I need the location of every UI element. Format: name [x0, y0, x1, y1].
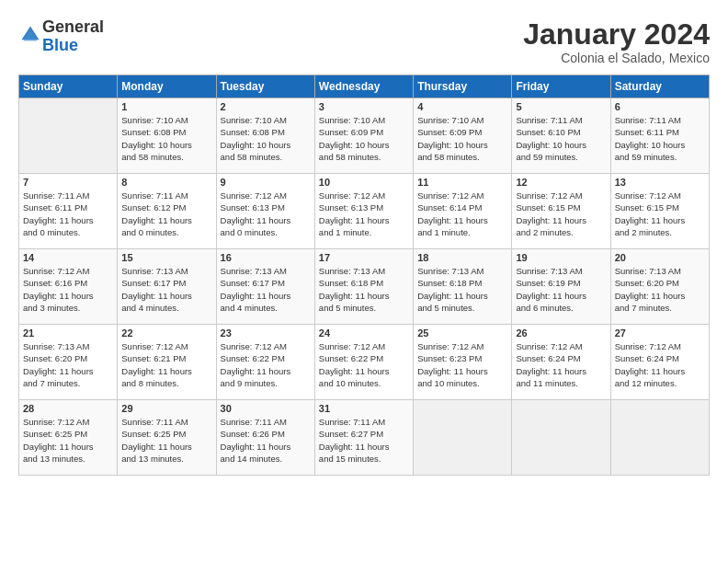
- day-number: 7: [23, 177, 113, 188]
- table-row: 25Sunrise: 7:12 AMSunset: 6:23 PMDayligh…: [414, 325, 512, 400]
- table-row: [19, 98, 118, 174]
- day-number: 15: [121, 252, 211, 263]
- day-number: 10: [319, 177, 409, 188]
- table-row: 14Sunrise: 7:12 AMSunset: 6:16 PMDayligh…: [19, 249, 118, 325]
- day-number: 19: [516, 252, 606, 263]
- day-info: Sunrise: 7:12 AMSunset: 6:14 PMDaylight:…: [417, 190, 507, 238]
- day-info: Sunrise: 7:12 AMSunset: 6:16 PMDaylight:…: [23, 265, 113, 314]
- day-info: Sunrise: 7:12 AMSunset: 6:22 PMDaylight:…: [221, 340, 311, 389]
- day-number: 4: [417, 101, 507, 112]
- day-info: Sunrise: 7:12 AMSunset: 6:13 PMDaylight:…: [221, 190, 311, 238]
- day-info: Sunrise: 7:11 AMSunset: 6:26 PMDaylight:…: [221, 416, 311, 465]
- table-row: 8Sunrise: 7:11 AMSunset: 6:12 PMDaylight…: [118, 174, 216, 249]
- day-number: 30: [221, 403, 311, 414]
- day-info: Sunrise: 7:13 AMSunset: 6:18 PMDaylight:…: [417, 265, 507, 314]
- title-block: January 2024 Colonia el Salado, Mexico: [523, 18, 710, 65]
- table-row: 13Sunrise: 7:12 AMSunset: 6:15 PMDayligh…: [610, 174, 709, 249]
- day-info: Sunrise: 7:11 AMSunset: 6:25 PMDaylight:…: [121, 416, 211, 465]
- table-row: 24Sunrise: 7:12 AMSunset: 6:22 PMDayligh…: [314, 325, 413, 400]
- table-row: 23Sunrise: 7:12 AMSunset: 6:22 PMDayligh…: [216, 325, 314, 400]
- table-row: 3Sunrise: 7:10 AMSunset: 6:09 PMDaylight…: [314, 98, 413, 174]
- day-number: 14: [23, 252, 113, 263]
- month-title: January 2024: [523, 18, 710, 51]
- table-row: 17Sunrise: 7:13 AMSunset: 6:18 PMDayligh…: [314, 249, 413, 325]
- day-info: Sunrise: 7:12 AMSunset: 6:24 PMDaylight:…: [615, 340, 705, 389]
- header-friday: Friday: [512, 75, 610, 98]
- day-info: Sunrise: 7:11 AMSunset: 6:11 PMDaylight:…: [23, 190, 113, 238]
- calendar-week-row: 1Sunrise: 7:10 AMSunset: 6:08 PMDaylight…: [19, 98, 710, 174]
- day-number: 29: [121, 403, 211, 414]
- calendar-week-row: 7Sunrise: 7:11 AMSunset: 6:11 PMDaylight…: [19, 174, 710, 249]
- day-info: Sunrise: 7:12 AMSunset: 6:15 PMDaylight:…: [516, 190, 606, 238]
- logo-blue-text: Blue: [42, 36, 78, 54]
- table-row: [512, 400, 610, 476]
- day-number: 8: [121, 177, 211, 188]
- day-info: Sunrise: 7:12 AMSunset: 6:13 PMDaylight:…: [319, 190, 409, 238]
- day-info: Sunrise: 7:13 AMSunset: 6:17 PMDaylight:…: [121, 265, 211, 314]
- day-number: 17: [319, 252, 409, 263]
- header-saturday: Saturday: [610, 75, 709, 98]
- day-info: Sunrise: 7:13 AMSunset: 6:20 PMDaylight:…: [615, 265, 705, 314]
- day-info: Sunrise: 7:13 AMSunset: 6:18 PMDaylight:…: [319, 265, 409, 314]
- table-row: 1Sunrise: 7:10 AMSunset: 6:08 PMDaylight…: [118, 98, 216, 174]
- day-info: Sunrise: 7:12 AMSunset: 6:23 PMDaylight:…: [417, 340, 507, 389]
- day-info: Sunrise: 7:11 AMSunset: 6:12 PMDaylight:…: [121, 190, 211, 238]
- calendar-week-row: 28Sunrise: 7:12 AMSunset: 6:25 PMDayligh…: [19, 400, 710, 476]
- day-number: 23: [221, 327, 311, 339]
- table-row: 2Sunrise: 7:10 AMSunset: 6:08 PMDaylight…: [216, 98, 314, 174]
- table-row: 6Sunrise: 7:11 AMSunset: 6:11 PMDaylight…: [610, 98, 709, 174]
- day-info: Sunrise: 7:11 AMSunset: 6:11 PMDaylight:…: [615, 114, 705, 163]
- day-number: 25: [417, 327, 507, 339]
- table-row: 26Sunrise: 7:12 AMSunset: 6:24 PMDayligh…: [512, 325, 610, 400]
- table-row: 21Sunrise: 7:13 AMSunset: 6:20 PMDayligh…: [19, 325, 118, 400]
- day-number: 12: [516, 177, 606, 188]
- day-info: Sunrise: 7:10 AMSunset: 6:09 PMDaylight:…: [319, 114, 409, 163]
- day-number: 2: [221, 101, 311, 112]
- day-number: 22: [121, 327, 211, 339]
- day-number: 1: [121, 101, 211, 112]
- table-row: 30Sunrise: 7:11 AMSunset: 6:26 PMDayligh…: [216, 400, 314, 476]
- day-info: Sunrise: 7:13 AMSunset: 6:19 PMDaylight:…: [516, 265, 606, 314]
- header-wednesday: Wednesday: [314, 75, 413, 98]
- day-number: 16: [221, 252, 311, 263]
- table-row: [610, 400, 709, 476]
- day-number: 28: [23, 403, 113, 414]
- table-row: 15Sunrise: 7:13 AMSunset: 6:17 PMDayligh…: [118, 249, 216, 325]
- location-subtitle: Colonia el Salado, Mexico: [523, 51, 710, 65]
- table-row: 31Sunrise: 7:11 AMSunset: 6:27 PMDayligh…: [314, 400, 413, 476]
- day-info: Sunrise: 7:11 AMSunset: 6:10 PMDaylight:…: [516, 114, 606, 163]
- table-row: 10Sunrise: 7:12 AMSunset: 6:13 PMDayligh…: [314, 174, 413, 249]
- day-info: Sunrise: 7:12 AMSunset: 6:15 PMDaylight:…: [615, 190, 705, 238]
- day-info: Sunrise: 7:12 AMSunset: 6:22 PMDaylight:…: [319, 340, 409, 389]
- header-monday: Monday: [118, 75, 216, 98]
- day-info: Sunrise: 7:12 AMSunset: 6:24 PMDaylight:…: [516, 340, 606, 389]
- logo: General Blue: [18, 18, 104, 55]
- table-row: 12Sunrise: 7:12 AMSunset: 6:15 PMDayligh…: [512, 174, 610, 249]
- day-info: Sunrise: 7:10 AMSunset: 6:09 PMDaylight:…: [417, 114, 507, 163]
- day-number: 11: [417, 177, 507, 188]
- table-row: 9Sunrise: 7:12 AMSunset: 6:13 PMDaylight…: [216, 174, 314, 249]
- table-row: 18Sunrise: 7:13 AMSunset: 6:18 PMDayligh…: [414, 249, 512, 325]
- day-number: 5: [516, 101, 606, 112]
- header-sunday: Sunday: [19, 75, 118, 98]
- day-number: 18: [417, 252, 507, 263]
- day-info: Sunrise: 7:12 AMSunset: 6:21 PMDaylight:…: [121, 340, 211, 389]
- day-number: 31: [319, 403, 409, 414]
- page: General Blue January 2024 Colonia el Sal…: [0, 0, 728, 563]
- header: General Blue January 2024 Colonia el Sal…: [18, 18, 710, 65]
- header-tuesday: Tuesday: [216, 75, 314, 98]
- table-row: 29Sunrise: 7:11 AMSunset: 6:25 PMDayligh…: [118, 400, 216, 476]
- day-number: 20: [615, 252, 705, 263]
- table-row: 27Sunrise: 7:12 AMSunset: 6:24 PMDayligh…: [610, 325, 709, 400]
- table-row: 20Sunrise: 7:13 AMSunset: 6:20 PMDayligh…: [610, 249, 709, 325]
- day-info: Sunrise: 7:13 AMSunset: 6:17 PMDaylight:…: [221, 265, 311, 314]
- calendar-table: Sunday Monday Tuesday Wednesday Thursday…: [18, 75, 710, 476]
- day-number: 21: [23, 327, 113, 339]
- table-row: 7Sunrise: 7:11 AMSunset: 6:11 PMDaylight…: [19, 174, 118, 249]
- header-thursday: Thursday: [414, 75, 512, 98]
- day-number: 27: [615, 327, 705, 339]
- table-row: 4Sunrise: 7:10 AMSunset: 6:09 PMDaylight…: [414, 98, 512, 174]
- day-info: Sunrise: 7:12 AMSunset: 6:25 PMDaylight:…: [23, 416, 113, 465]
- logo-general-text: General: [42, 17, 104, 36]
- table-row: 28Sunrise: 7:12 AMSunset: 6:25 PMDayligh…: [19, 400, 118, 476]
